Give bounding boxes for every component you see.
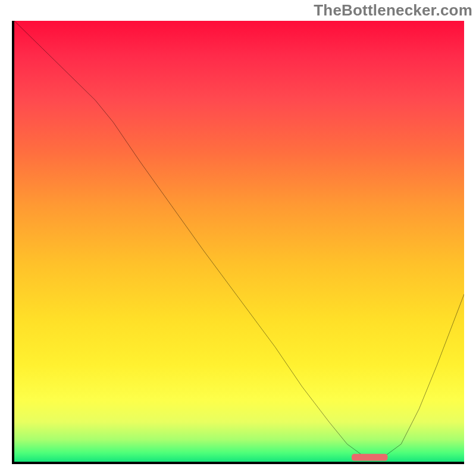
series-curve <box>14 21 464 458</box>
watermark-text: TheBottlenecker.com <box>314 1 472 20</box>
optimal-marker <box>352 454 387 461</box>
plot-area <box>12 21 464 464</box>
chart-container: TheBottlenecker.com <box>0 0 476 476</box>
chart-svg <box>14 21 464 462</box>
